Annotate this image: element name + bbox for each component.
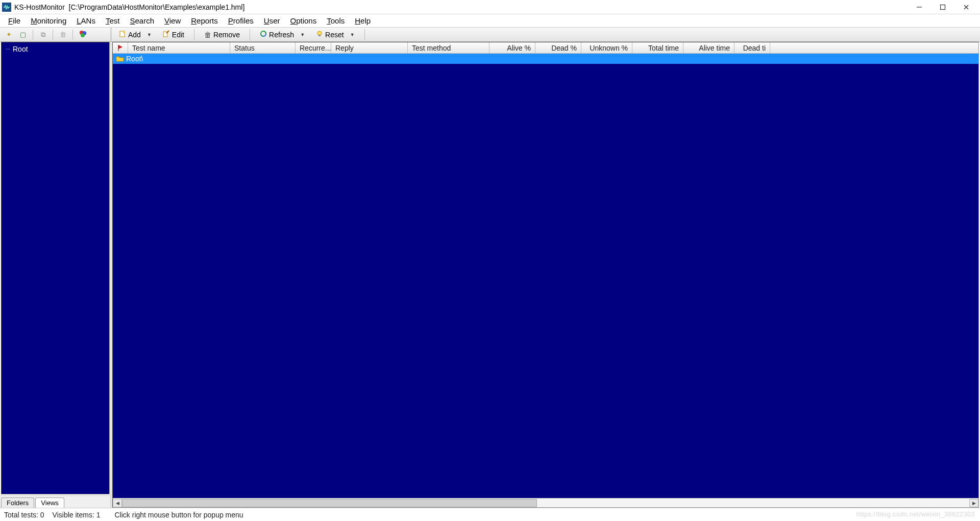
svg-marker-13: [118, 45, 122, 49]
close-button[interactable]: [954, 0, 978, 14]
menu-profiles[interactable]: Profiles: [223, 15, 259, 26]
refresh-label: Refresh: [269, 31, 294, 39]
column-header[interactable]: Reply: [331, 42, 408, 53]
new-item-button[interactable]: ▢: [16, 29, 30, 41]
tree-connector-icon: ┈: [6, 45, 10, 53]
flag-icon: [117, 44, 124, 52]
chevron-down-icon[interactable]: ▼: [350, 32, 355, 37]
file-path: [C:\ProgramData\HostMonitor\Examples\exa…: [69, 3, 245, 11]
column-header[interactable]: Status: [230, 42, 296, 53]
sparkle-icon: ✦: [6, 31, 12, 38]
new-folder-button[interactable]: ✦: [2, 29, 15, 41]
menu-reports[interactable]: Reports: [186, 15, 223, 26]
menu-bar: FileMonitoringLANsTestSearchViewReportsP…: [0, 14, 980, 28]
column-header[interactable]: Test name: [128, 42, 230, 53]
menu-options[interactable]: Options: [285, 15, 322, 26]
column-header[interactable]: [113, 42, 128, 53]
scroll-left-button[interactable]: ◀: [113, 499, 122, 507]
horizontal-scrollbar[interactable]: ◀ ▶: [113, 498, 978, 507]
remove-label: Remove: [213, 31, 240, 39]
bulb-icon: [316, 30, 323, 39]
grid-body[interactable]: Root\: [113, 54, 978, 498]
add-label: Add: [128, 31, 141, 39]
document-icon: ▢: [20, 31, 26, 38]
edit-icon: [163, 30, 170, 39]
column-header[interactable]: Recurre...: [296, 42, 331, 53]
svg-point-8: [123, 31, 125, 33]
menu-view[interactable]: View: [159, 15, 186, 26]
left-pane: ✦ ▢ ⧉ 🗑 ┈ Root FoldersViews: [0, 28, 111, 508]
refresh-icon: [260, 30, 267, 39]
copy-icon: ⧉: [41, 31, 45, 39]
column-header[interactable]: Test method: [408, 42, 489, 53]
title-bar: KS-HostMonitor [C:\ProgramData\HostMonit…: [0, 0, 980, 14]
menu-help[interactable]: Help: [350, 15, 376, 26]
copy-button[interactable]: ⧉: [36, 29, 50, 41]
menu-lans[interactable]: LANs: [71, 15, 101, 26]
chevron-down-icon[interactable]: ▼: [147, 32, 152, 37]
grid-header: Test nameStatusRecurre...ReplyTest metho…: [113, 42, 978, 54]
column-header[interactable]: Dead ti: [734, 42, 770, 53]
column-header[interactable]: Alive time: [683, 42, 734, 53]
test-grid: Test nameStatusRecurre...ReplyTest metho…: [112, 42, 979, 508]
workspace: ✦ ▢ ⧉ 🗑 ┈ Root FoldersViews A: [0, 28, 980, 508]
right-pane: Add ▼ Edit 🗑 Remove Refresh ▼ Reset ▼: [111, 28, 980, 508]
separator: [364, 29, 365, 40]
svg-point-11: [317, 31, 322, 35]
delete-button[interactable]: 🗑: [56, 29, 69, 41]
scroll-right-button[interactable]: ▶: [969, 499, 978, 507]
trash-icon: 🗑: [60, 31, 66, 38]
left-tabs: FoldersViews: [0, 495, 111, 508]
scroll-track[interactable]: [122, 499, 969, 507]
left-tab-views[interactable]: Views: [35, 498, 64, 508]
menu-test[interactable]: Test: [101, 15, 125, 26]
menu-file[interactable]: File: [3, 15, 26, 26]
add-button[interactable]: Add ▼: [114, 29, 156, 40]
separator: [72, 30, 73, 40]
refresh-button[interactable]: Refresh ▼: [255, 29, 309, 40]
color-wheel-icon: [79, 30, 87, 39]
column-header[interactable]: Unknown %: [581, 42, 632, 53]
tree-root-label: Root: [13, 45, 28, 53]
status-total-tests: Total tests: 0: [4, 511, 44, 519]
left-tab-folders[interactable]: Folders: [1, 498, 34, 508]
separator: [194, 29, 194, 40]
reset-button[interactable]: Reset ▼: [311, 29, 359, 40]
chevron-down-icon[interactable]: ▼: [300, 32, 305, 37]
status-hint: Click right mouse button for popup menu: [115, 511, 243, 519]
menu-user[interactable]: User: [259, 15, 285, 26]
svg-point-6: [81, 33, 85, 37]
column-header[interactable]: Alive %: [489, 42, 535, 53]
folder-open-icon: [116, 55, 124, 62]
edit-label: Edit: [172, 31, 184, 39]
color-properties-button[interactable]: [76, 29, 89, 41]
tree-root-node[interactable]: ┈ Root: [5, 44, 106, 54]
app-name: KS-HostMonitor: [14, 3, 65, 11]
svg-rect-12: [318, 35, 321, 36]
separator: [250, 29, 250, 40]
menu-monitoring[interactable]: Monitoring: [26, 15, 71, 26]
separator: [33, 30, 33, 40]
menu-tools[interactable]: Tools: [322, 15, 350, 26]
trash-icon: 🗑: [204, 31, 211, 39]
column-header[interactable]: Total time: [632, 42, 683, 53]
folder-tree[interactable]: ┈ Root: [1, 42, 110, 494]
grid-row[interactable]: Root\: [113, 54, 978, 64]
minimize-button[interactable]: [908, 0, 931, 14]
remove-button[interactable]: 🗑 Remove: [200, 29, 244, 40]
edit-button[interactable]: Edit: [158, 29, 189, 40]
row-text: Root\: [126, 55, 143, 63]
left-toolbar: ✦ ▢ ⧉ 🗑: [0, 28, 111, 42]
maximize-button[interactable]: [931, 0, 954, 14]
right-toolbar: Add ▼ Edit 🗑 Remove Refresh ▼ Reset ▼: [111, 28, 980, 42]
app-icon: [2, 3, 11, 12]
menu-search[interactable]: Search: [125, 15, 159, 26]
separator: [53, 30, 53, 40]
app-title: KS-HostMonitor [C:\ProgramData\HostMonit…: [14, 3, 244, 11]
status-bar: Total tests: 0 Visible items: 1 Click ri…: [0, 508, 980, 521]
reset-label: Reset: [325, 31, 344, 39]
scroll-thumb[interactable]: [122, 499, 537, 507]
new-file-icon: [119, 30, 126, 39]
column-header[interactable]: Dead %: [535, 42, 581, 53]
status-visible-items: Visible items: 1: [53, 511, 101, 519]
